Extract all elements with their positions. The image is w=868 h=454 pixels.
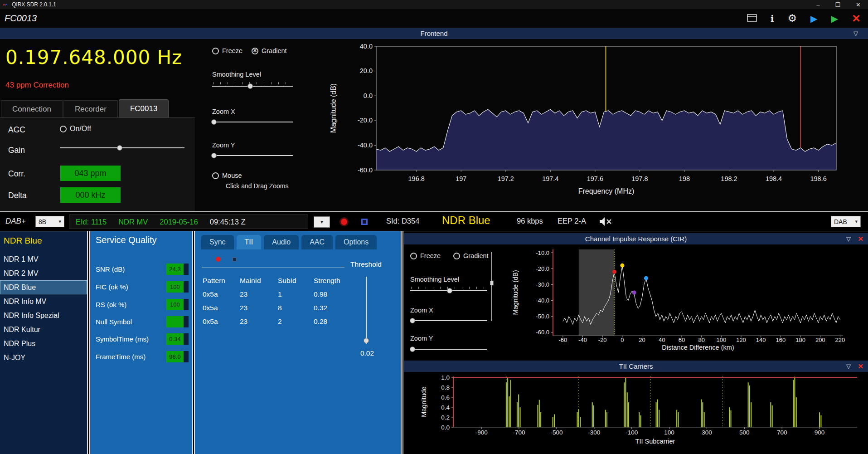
threshold-slider[interactable]	[363, 277, 370, 344]
close-icon[interactable]: ✕	[858, 233, 863, 244]
tii-carriers-title: TII Carriers	[619, 362, 653, 370]
gain-slider[interactable]	[60, 143, 184, 151]
collapse-icon[interactable]: ▽	[846, 361, 851, 372]
collapse-icon[interactable]: ▽	[846, 233, 851, 244]
recorder-select[interactable]: ▾	[314, 216, 330, 228]
table-cell[interactable]: 0x5a	[203, 317, 240, 326]
column-header: SubId	[278, 277, 314, 285]
svg-text:100: 100	[664, 429, 674, 436]
slider-thumb[interactable]	[364, 338, 369, 343]
table-cell[interactable]: 1	[278, 290, 314, 298]
list-item[interactable]: NDR 1 MV	[0, 252, 87, 266]
panels-icon[interactable]	[747, 14, 757, 23]
svg-text:198.2: 198.2	[721, 175, 737, 182]
decoder-tabs: Sync TII Audio AAC Options	[201, 235, 377, 249]
tab-tii[interactable]: TII	[237, 235, 262, 249]
collapse-icon[interactable]: ▽	[853, 28, 858, 39]
gradient-radio[interactable]: Gradient	[252, 47, 287, 54]
minimize-icon[interactable]: –	[816, 1, 820, 8]
table-cell[interactable]: 0.28	[314, 317, 345, 326]
svg-text:-60.0: -60.0	[358, 166, 373, 174]
ensemble-id: EId: 1115	[76, 218, 107, 226]
svg-text:0: 0	[621, 337, 624, 343]
list-item-selected[interactable]: NDR Blue	[0, 280, 87, 294]
mode-value: DAB	[834, 218, 847, 225]
record-button[interactable]	[341, 219, 347, 225]
cir-zoomx-slider[interactable]	[410, 316, 487, 323]
cir-gradient-radio[interactable]: Gradient	[453, 252, 489, 259]
table-cell[interactable]: 0x5a	[203, 304, 240, 312]
protection-label: EEP 2-A	[558, 217, 586, 225]
tab-audio[interactable]: Audio	[264, 235, 299, 249]
list-item[interactable]: N-JOY	[0, 351, 87, 365]
list-item[interactable]: NDR Kultur	[0, 322, 87, 337]
list-item[interactable]: NDR 2 MV	[0, 266, 87, 280]
slider-thumb[interactable]	[410, 318, 415, 323]
table-cell[interactable]: 0x5a	[203, 290, 240, 298]
mute-speaker-icon[interactable]	[599, 217, 613, 228]
mode-select[interactable]: DAB ▾	[831, 216, 861, 227]
tii-carriers-chart[interactable]: -900-700-500-300-1001003005007009001.00.…	[408, 373, 864, 452]
list-item[interactable]: NDR Plus	[0, 337, 87, 351]
settings-gear-icon[interactable]: ⚙	[787, 13, 797, 24]
info-icon[interactable]: ℹ	[771, 14, 774, 23]
exit-button[interactable]: ✕	[852, 13, 861, 24]
zoomx-slider[interactable]	[212, 117, 293, 125]
slider-thumb[interactable]	[447, 288, 452, 293]
list-item[interactable]: NDR Info MV	[0, 294, 87, 308]
slider-thumb[interactable]	[410, 347, 415, 352]
tab-aac[interactable]: AAC	[301, 235, 333, 249]
slider-thumb[interactable]	[490, 281, 494, 285]
agc-radio[interactable]: On/Off	[60, 125, 91, 133]
tab-sync[interactable]: Sync	[201, 235, 234, 249]
slider-thumb[interactable]	[247, 83, 253, 89]
record-indicator-icon[interactable]	[216, 257, 221, 262]
svg-text:Magnitude (dB): Magnitude (dB)	[330, 83, 337, 133]
bottom-area: NDR Blue NDR 1 MV NDR 2 MV NDR Blue NDR …	[0, 231, 868, 454]
cir-chart[interactable]: -60-40-20020406080100120140160180200220-…	[496, 246, 863, 355]
cir-vertical-slider[interactable]	[491, 252, 492, 321]
cir-smoothing-slider[interactable]	[410, 286, 487, 293]
splitter[interactable]	[87, 231, 90, 454]
cir-zoomy-slider[interactable]	[410, 345, 487, 352]
tab-options[interactable]: Options	[335, 235, 377, 249]
stop-button[interactable]	[361, 219, 368, 225]
tab-recorder[interactable]: Recorder	[63, 100, 118, 117]
frontend-tabs: Connection Recorder FC0013	[1, 99, 170, 117]
slider-track	[410, 320, 487, 321]
spectrum-chart[interactable]: 196.8197197.2197.4197.6197.8198198.2198.…	[313, 41, 850, 204]
table-cell[interactable]: 0.32	[314, 304, 345, 312]
close-icon[interactable]: ✕	[858, 361, 863, 372]
smoothing-slider[interactable]	[212, 82, 293, 89]
splitter[interactable]	[401, 231, 403, 454]
cir-freeze-radio[interactable]: Freeze	[410, 252, 441, 259]
stop-indicator-icon[interactable]	[232, 257, 237, 262]
slider-thumb[interactable]	[117, 145, 122, 151]
slider-thumb[interactable]	[211, 153, 217, 158]
list-item[interactable]: NDR Info Spezial	[0, 308, 87, 322]
tab-fc0013[interactable]: FC0013	[119, 99, 169, 117]
svg-text:0.0: 0.0	[441, 424, 450, 431]
table-cell[interactable]: 23	[240, 304, 278, 312]
mouse-radio[interactable]: Mouse	[212, 172, 242, 179]
zoomy-slider[interactable]	[212, 151, 293, 158]
ppm-correction: 43 ppm Correction	[5, 81, 69, 90]
maximize-icon[interactable]: ☐	[835, 1, 840, 8]
tab-connection[interactable]: Connection	[1, 100, 63, 117]
play-secondary-button[interactable]: ▶	[831, 14, 838, 23]
svg-text:-20.0: -20.0	[536, 265, 549, 272]
svg-text:700: 700	[777, 429, 787, 436]
slider-thumb[interactable]	[211, 119, 217, 125]
channel-select[interactable]: 8B ▾	[35, 216, 64, 227]
table-cell[interactable]: 0.98	[314, 290, 345, 298]
table-cell[interactable]: 8	[278, 304, 314, 312]
table-cell[interactable]: 23	[240, 290, 278, 298]
table-cell[interactable]: 2	[278, 317, 314, 326]
close-icon[interactable]: ✕	[856, 1, 861, 8]
table-cell[interactable]: 23	[240, 317, 278, 326]
svg-text:Magnitude (dB): Magnitude (dB)	[512, 270, 519, 315]
play-primary-button[interactable]: ▶	[810, 14, 817, 23]
svg-text:0.4: 0.4	[441, 404, 450, 411]
selected-service-header: NDR Blue	[4, 236, 42, 246]
freeze-radio[interactable]: Freeze	[212, 47, 242, 54]
